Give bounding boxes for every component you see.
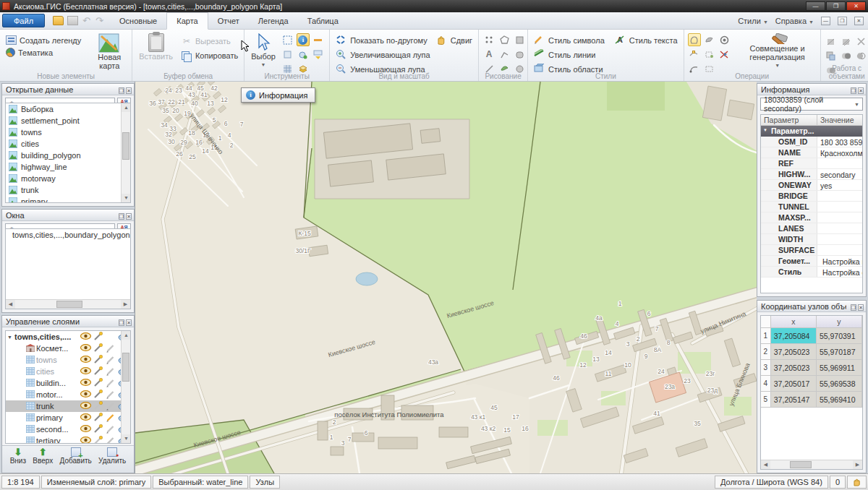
attribute-row[interactable]: OSM_ID180 303 859	[761, 137, 862, 147]
count-indicator[interactable]: 0	[830, 476, 846, 489]
edit-pencil-icon[interactable]	[106, 378, 115, 387]
map-canvas[interactable]: 2423444542363722214341401312352019567343…	[135, 82, 757, 473]
visibility-eye-icon[interactable]	[80, 390, 91, 397]
edit-pencil-icon[interactable]	[106, 436, 115, 444]
reshape-tool[interactable]	[703, 48, 716, 61]
value-column-header[interactable]: Значение	[817, 115, 862, 125]
data-list-item[interactable]: settlement_point	[6, 115, 130, 126]
ruler-tool[interactable]	[312, 33, 325, 46]
zoom-visibility-wand-icon[interactable]	[93, 424, 103, 434]
zoom-visibility-wand-icon[interactable]	[93, 343, 103, 353]
layer-row[interactable]: cities	[6, 366, 130, 377]
draw-rectangle-tool[interactable]	[513, 33, 526, 46]
tab-table[interactable]: Таблица	[298, 12, 348, 29]
thematic-button[interactable]: Тематика	[4, 47, 83, 58]
attribute-row[interactable]: TUNNEL	[761, 202, 862, 212]
pan-button[interactable]: Сдвиг	[434, 34, 475, 47]
float-panel-button[interactable]: ❐	[119, 319, 124, 326]
data-list-item[interactable]: towns	[6, 126, 130, 138]
close-panel-button[interactable]: ✕	[126, 213, 132, 220]
editable-layer-indicator[interactable]: Изменяемый слой: primary	[41, 476, 152, 489]
create-legend-button[interactable]: Создать легенду	[4, 35, 83, 46]
undo-icon[interactable]: ↶	[82, 16, 91, 25]
overlay-tool[interactable]	[825, 49, 838, 62]
node-edit-tool[interactable]	[688, 48, 701, 61]
float-panel-button[interactable]: ❐	[119, 87, 124, 94]
scale-indicator[interactable]: 1:8 194	[1, 476, 40, 489]
minimize-button[interactable]: —	[806, 1, 825, 11]
attribute-row[interactable]: ONEWAYyes	[761, 180, 862, 191]
coord-row[interactable]: 137,20508455,970391	[761, 328, 862, 344]
data-list-item[interactable]: highway_line	[6, 161, 130, 173]
layer-down-button[interactable]: ⬇Вниз	[10, 447, 26, 473]
layer-row[interactable]: tertiary	[6, 435, 130, 444]
object-selector-dropdown[interactable]: 180303859 (слой secondary)▼	[760, 98, 863, 111]
attribute-row[interactable]: СтильНастройка с...	[761, 267, 862, 278]
edit-pencil-icon[interactable]	[106, 401, 115, 411]
layer-up-button[interactable]: ⬆Вверх	[33, 447, 53, 473]
select-tool-button[interactable]: Выбор▼	[248, 32, 278, 72]
paste-button[interactable]: Вставить	[136, 32, 176, 72]
spatial-select-tool[interactable]	[312, 48, 325, 61]
coord-x-cell[interactable]: 37,205023	[771, 360, 817, 375]
select-in-area-tool[interactable]	[297, 48, 310, 61]
help-menu[interactable]: Справка ▼	[775, 17, 814, 25]
draw-polyline-tool[interactable]	[498, 48, 511, 61]
layer-remove-button[interactable]: Удалить	[98, 447, 126, 473]
merge-objects-tool[interactable]	[703, 33, 716, 46]
intersect-tool[interactable]	[840, 49, 853, 62]
visibility-eye-icon[interactable]	[80, 367, 91, 374]
line-style-button[interactable]: Стиль линии	[532, 48, 680, 61]
crs-indicator[interactable]: Долгота / Широта (WGS 84)	[715, 476, 828, 489]
nodes-toggle[interactable]: Узлы	[250, 476, 280, 489]
float-panel-button[interactable]: ❐	[851, 87, 856, 94]
attribute-row[interactable]: Геомет...Настройка г...	[761, 256, 862, 267]
edit-pencil-icon[interactable]	[106, 366, 115, 376]
coord-row[interactable]: 437,20501755,969538	[761, 376, 862, 392]
cut-button[interactable]: ✂Вырезать	[179, 35, 240, 48]
attribute-row[interactable]: REF	[761, 158, 862, 169]
layer-row[interactable]: buildin...	[6, 377, 130, 389]
text-style-button[interactable]: AСтиль текста	[613, 34, 680, 47]
attribute-row[interactable]: NAMEКраснохолмска...	[761, 147, 862, 158]
visibility-eye-icon[interactable]	[80, 425, 91, 432]
zoom-in-button[interactable]: Увеличивающая лупа	[333, 48, 475, 61]
erase-outside-tool[interactable]	[840, 35, 853, 48]
visibility-eye-icon[interactable]	[80, 344, 91, 351]
vertical-scrollbar[interactable]: ▲▼	[121, 331, 130, 443]
draw-rounded-rect-tool[interactable]	[513, 48, 526, 61]
vertical-scrollbar[interactable]: ▲▼	[121, 103, 130, 202]
erase-area-tool[interactable]	[825, 35, 838, 48]
coord-row[interactable]: 237,20502355,970187	[761, 344, 862, 360]
selected-object-indicator[interactable]: Выбранный: water_line	[153, 476, 248, 489]
visibility-eye-icon[interactable]	[80, 356, 91, 363]
file-menu-button[interactable]: Файл	[2, 14, 45, 27]
visibility-eye-icon[interactable]	[80, 402, 91, 409]
zoom-visibility-wand-icon[interactable]	[93, 390, 103, 399]
coord-x-cell[interactable]: 37,205017	[771, 376, 817, 391]
pan-status-button[interactable]	[847, 476, 867, 489]
edit-pencil-icon[interactable]	[106, 424, 115, 434]
coord-y-cell[interactable]: 55,969410	[817, 392, 862, 407]
coord-y-cell[interactable]: 55,970187	[817, 344, 862, 359]
coord-row[interactable]: 337,20502355,969911	[761, 360, 862, 376]
layer-row[interactable]: ▼towns,cities,....	[6, 331, 130, 343]
coord-y-cell[interactable]: 55,969911	[817, 360, 862, 375]
layer-row[interactable]: towns	[6, 354, 130, 366]
close-panel-button[interactable]: ✕	[858, 87, 864, 94]
zoom-visibility-wand-icon[interactable]	[93, 366, 103, 376]
zoom-visibility-wand-icon[interactable]	[93, 436, 103, 444]
show-other-button[interactable]: Показать по-другому	[333, 34, 430, 47]
coord-x-cell[interactable]: 37,205023	[771, 344, 817, 359]
zoom-visibility-wand-icon[interactable]	[93, 332, 103, 341]
open-folder-icon[interactable]	[53, 16, 64, 25]
attribute-row[interactable]: WIDTH	[761, 234, 862, 245]
symbol-style-button[interactable]: Стиль символа	[532, 34, 607, 47]
new-map-button[interactable]: Новая карта	[90, 32, 128, 72]
attribute-row[interactable]: LANES	[761, 223, 862, 234]
tab-map[interactable]: Карта	[166, 12, 208, 30]
redo-icon[interactable]: ↷	[95, 16, 104, 25]
data-list-item[interactable]: trunk	[6, 184, 130, 196]
data-list-item[interactable]: building_polygon	[6, 150, 130, 161]
coord-x-cell[interactable]: 37,205147	[771, 392, 817, 407]
